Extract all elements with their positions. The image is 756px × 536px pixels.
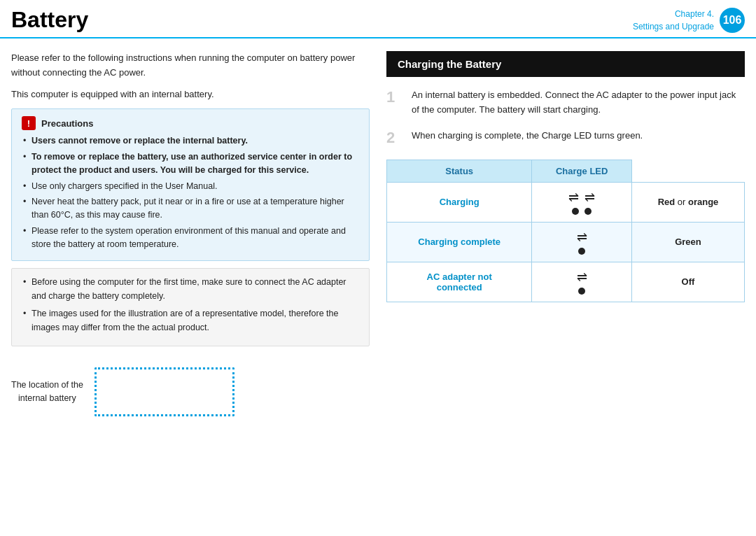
intro-text-1: Please refer to the following instructio…	[11, 51, 370, 80]
led-cell-charging: ⇌ ⇌	[539, 190, 624, 215]
status-no-ac: AC adapter notconnected	[387, 262, 532, 302]
notes-box: Before using the computer for the first …	[11, 268, 370, 346]
led-no-ac: ⇌	[532, 262, 632, 302]
led-dots-no-ac	[578, 288, 585, 295]
precautions-title: Precautions	[41, 118, 93, 129]
section-title: Charging the Battery	[398, 58, 501, 70]
chapter-info: Chapter 4. Settings and Upgrade	[633, 7, 714, 33]
battery-location: The location of the internal battery	[11, 360, 370, 423]
charge-label-no-ac: Off	[632, 262, 745, 302]
status-charging: Charging	[387, 182, 532, 222]
charge-label-text-charging: Red or orange	[658, 197, 719, 207]
list-item: Please refer to the system operation env…	[22, 225, 359, 251]
step-text-2: When charging is complete, the Charge LE…	[412, 129, 643, 143]
list-item: Users cannot remove or replace the inter…	[22, 134, 359, 148]
list-item: The images used for the illustration are…	[22, 307, 359, 334]
step-number-1: 1	[386, 88, 403, 106]
led-complete: ⇌	[532, 222, 632, 262]
precautions-box: ! Precautions Users cannot remove or rep…	[11, 108, 370, 261]
battery-location-label: The location of the internal battery	[11, 379, 83, 405]
led-icons-complete: ⇌	[577, 230, 587, 245]
list-item: Use only chargers specified in the User …	[22, 180, 359, 193]
battery-label-line1: The location of the	[11, 380, 83, 390]
step-number-2: 2	[386, 129, 403, 147]
led-dots-charging	[572, 208, 592, 215]
battery-dotted-box	[94, 367, 234, 416]
led-dot	[584, 208, 592, 215]
led-icon: ⇌	[568, 190, 579, 205]
precautions-list: Users cannot remove or replace the inter…	[22, 134, 359, 251]
list-item: To remove or replace the battery, use an…	[22, 150, 359, 177]
table-row: Charging complete ⇌ Green	[387, 222, 745, 262]
led-cell-complete: ⇌	[539, 230, 624, 255]
precautions-header: ! Precautions	[22, 116, 359, 130]
step-text-1: An internal battery is embedded. Connect…	[412, 88, 745, 118]
led-dots-complete	[578, 248, 585, 255]
led-icon: ⇌	[584, 190, 595, 205]
led-icons-charging: ⇌ ⇌	[568, 190, 595, 205]
chapter-label: Chapter 4.	[633, 8, 714, 20]
page-title: Battery	[11, 7, 633, 33]
status-complete: Charging complete	[387, 222, 532, 262]
precautions-icon: !	[22, 116, 36, 130]
led-icon: ⇌	[577, 230, 587, 245]
steps: 1 An internal battery is embedded. Conne…	[386, 88, 745, 147]
led-dot	[578, 288, 585, 295]
led-icons-no-ac: ⇌	[577, 269, 587, 285]
charge-label-charging: Red or orange	[632, 182, 745, 222]
list-item: Never heat the battery pack, put it near…	[22, 195, 359, 222]
chapter-subtitle: Settings and Upgrade	[633, 20, 714, 33]
table-header-led: Charge LED	[532, 160, 632, 182]
right-column: Charging the Battery 1 An internal batte…	[386, 51, 745, 423]
charge-label-complete: Green	[632, 222, 745, 262]
table-row: AC adapter notconnected ⇌ Off	[387, 262, 745, 302]
table-header-status: Status	[387, 160, 532, 182]
main-content: Please refer to the following instructio…	[0, 38, 756, 432]
led-dot	[572, 208, 579, 215]
led-dot	[578, 248, 585, 255]
led-cell-no-ac: ⇌	[539, 269, 624, 295]
page-header: Battery Chapter 4. Settings and Upgrade …	[0, 0, 756, 38]
battery-label-line2: internal battery	[18, 393, 76, 403]
led-charging: ⇌ ⇌	[532, 182, 632, 222]
step-1: 1 An internal battery is embedded. Conne…	[386, 88, 745, 118]
notes-list: Before using the computer for the first …	[22, 276, 359, 334]
intro-text-2: This computer is equipped with an intern…	[11, 87, 370, 102]
table-row: Charging ⇌ ⇌ Red	[387, 182, 745, 222]
list-item: Before using the computer for the first …	[22, 276, 359, 303]
page-number-badge: 106	[720, 8, 745, 33]
left-column: Please refer to the following instructio…	[11, 51, 370, 423]
charge-table: Status Charge LED Charging ⇌ ⇌	[386, 160, 745, 302]
step-2: 2 When charging is complete, the Charge …	[386, 129, 745, 147]
charging-section-header: Charging the Battery	[386, 51, 745, 77]
led-icon: ⇌	[577, 269, 587, 285]
